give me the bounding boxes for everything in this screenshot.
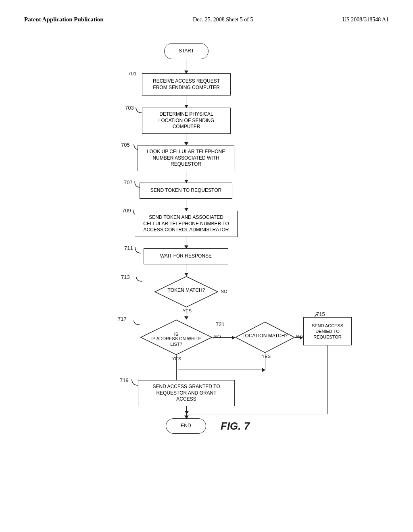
header-patent-number: US 2008/318548 A1 xyxy=(342,17,389,23)
start-node: START xyxy=(164,43,209,59)
header-publication-type: Patent Application Publication xyxy=(24,16,104,23)
arrow-709-to-711 xyxy=(186,237,186,248)
node-705: LOOK UP CELLULAR TELEPHONE NUMBER ASSOCI… xyxy=(138,145,234,171)
fig-label: FIG. 7 xyxy=(221,420,250,432)
yes-label-717: YES xyxy=(172,356,181,361)
step-label-703: 703 xyxy=(125,105,134,111)
arrow-717-yes-to-719 xyxy=(176,355,177,383)
line-721-yes-down xyxy=(265,353,265,370)
arrow-713-yes-to-717 xyxy=(186,308,186,319)
end-label: END xyxy=(181,423,191,429)
arrow-707-to-709 xyxy=(186,199,186,211)
node-719: SEND ACCESS GRANTED TO REQUESTOR AND GRA… xyxy=(138,380,235,406)
node-711-label: WAIT FOR RESPONSE xyxy=(160,253,212,260)
step-label-707: 707 xyxy=(124,179,133,185)
step-label-711: 711 xyxy=(124,245,133,251)
diamond-717-shape: IS IP ADDRESS ON WHITE LIST? xyxy=(140,319,213,355)
bent-arrow-717 xyxy=(125,318,140,326)
arrow-to-end xyxy=(186,406,186,418)
arrow-721-yes-to-719 xyxy=(178,370,265,370)
step-label-705: 705 xyxy=(121,142,130,148)
end-node: END xyxy=(166,418,206,434)
arrow-711-to-713 xyxy=(186,264,186,276)
arrow-703-to-705 xyxy=(186,134,186,145)
node-721-container: LOCATION MATCH? xyxy=(235,321,295,353)
svg-text:TOKEN MATCH?: TOKEN MATCH? xyxy=(168,287,205,293)
page-header: Patent Application Publication Dec. 25, … xyxy=(24,16,389,23)
header-date-sheet: Dec. 25, 2008 Sheet 5 of 5 xyxy=(193,17,253,23)
diamond-713-shape: TOKEN MATCH? xyxy=(154,276,219,308)
svg-text:LIST?: LIST? xyxy=(170,342,182,347)
arrow-701-to-703 xyxy=(186,96,186,108)
yes-label-721: YES xyxy=(262,354,271,359)
page: Patent Application Publication Dec. 25, … xyxy=(0,0,413,532)
node-719-label: SEND ACCESS GRANTED TO REQUESTOR AND GRA… xyxy=(153,384,220,403)
svg-text:IP ADDRESS ON WHITE: IP ADDRESS ON WHITE xyxy=(151,336,201,341)
node-715: SEND ACCESS DENIED TO REQUESTOR xyxy=(303,317,352,345)
no-label-717: NO xyxy=(214,334,221,339)
arrow-721-no-to-715 xyxy=(295,337,302,338)
node-717-container: IS IP ADDRESS ON WHITE LIST? xyxy=(140,319,213,355)
node-701: RECEIVE ACCESS REQUEST FROM SENDING COMP… xyxy=(142,73,231,96)
node-715-label: SEND ACCESS DENIED TO REQUESTOR xyxy=(312,323,343,340)
arrow-705-to-707 xyxy=(186,171,186,183)
step-label-701: 701 xyxy=(128,71,137,77)
line-715-down-to-719 xyxy=(327,345,328,414)
arrow-717-no-to-721 xyxy=(213,337,235,338)
start-label: START xyxy=(179,48,194,54)
node-711: WAIT FOR RESPONSE xyxy=(144,248,228,264)
line-715-to-719-h xyxy=(186,414,327,414)
no-line-h-713 xyxy=(218,292,303,292)
no-label-713: NO xyxy=(221,289,227,294)
node-709-label: SEND TOKEN AND ASSOCIATED CELLULAR TELEP… xyxy=(143,214,229,233)
bent-arrow-713 xyxy=(125,275,142,283)
node-707-label: SEND TOKEN TO REQUESTOR xyxy=(150,187,221,194)
diamond-721-shape: LOCATION MATCH? xyxy=(235,321,295,353)
arrow-start-to-701 xyxy=(186,59,186,73)
node-707: SEND TOKEN TO REQUESTOR xyxy=(140,183,232,199)
yes-label-713: YES xyxy=(183,308,192,313)
step-label-721: 721 xyxy=(216,321,225,327)
node-709: SEND TOKEN AND ASSOCIATED CELLULAR TELEP… xyxy=(135,211,238,237)
svg-text:LOCATION MATCH?: LOCATION MATCH? xyxy=(242,333,288,339)
step-label-709: 709 xyxy=(122,208,131,214)
node-705-label: LOOK UP CELLULAR TELEPHONE NUMBER ASSOCI… xyxy=(147,149,225,168)
node-701-label: RECEIVE ACCESS REQUEST FROM SENDING COMP… xyxy=(153,78,220,91)
step-label-719: 719 xyxy=(120,377,129,383)
node-703-label: DETERMINE PHYSICAL LOCATION OF SENDING C… xyxy=(159,111,214,130)
node-703: DETERMINE PHYSICAL LOCATION OF SENDING C… xyxy=(142,108,231,134)
node-713-container: TOKEN MATCH? xyxy=(154,276,219,308)
flowchart: START 701 RECEIVE ACCESS REQUEST FROM SE… xyxy=(65,35,348,503)
